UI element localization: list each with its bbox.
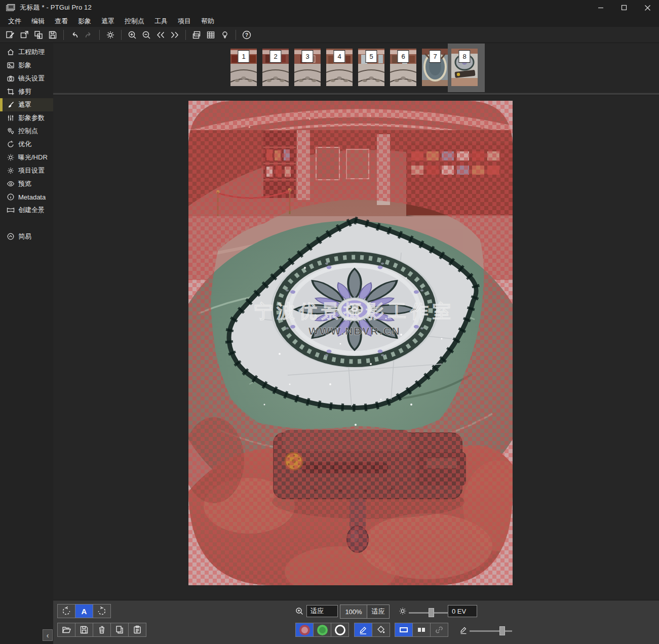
sidebar-item-crop[interactable]: 修剪 xyxy=(0,85,53,98)
sidebar-item-assistant[interactable]: 工程助理 xyxy=(0,46,53,59)
brightness-sun-icon xyxy=(399,607,407,617)
close-icon[interactable] xyxy=(636,0,659,15)
save-mask-icon[interactable] xyxy=(75,623,93,637)
menu-help[interactable]: 帮助 xyxy=(196,16,219,27)
magnifier-plus-icon xyxy=(295,607,304,618)
new-project-icon[interactable] xyxy=(4,28,17,42)
link-views-icon[interactable] xyxy=(430,623,448,637)
mask-editor-image[interactable]: 宁波优景摄影工作室 WWW.NBVR.CN xyxy=(188,101,513,585)
zoom-100-button[interactable]: 100% xyxy=(340,605,367,618)
sliders-icon xyxy=(7,114,15,122)
rotate-ccw-icon[interactable] xyxy=(57,604,75,618)
rotate-cw-icon[interactable] xyxy=(93,604,111,618)
crop-icon xyxy=(7,88,15,96)
thumbnail-number: 3 xyxy=(301,50,313,63)
settings-gear-icon[interactable] xyxy=(104,28,117,42)
sidebar-collapse-button[interactable]: ‹ xyxy=(43,629,53,641)
sidebar-item-project-settings[interactable]: 项目设置 xyxy=(0,164,53,177)
menu-view[interactable]: 查看 xyxy=(50,16,73,27)
sidebar-item-metadata[interactable]: Metadata xyxy=(0,190,53,204)
sidebar-item-lens[interactable]: 镜头设置 xyxy=(0,72,53,85)
undo-icon[interactable] xyxy=(68,28,81,42)
sidebar-item-optimize[interactable]: 优化 xyxy=(0,138,53,151)
next-image-icon[interactable] xyxy=(168,28,181,42)
open-project-icon[interactable] xyxy=(18,28,31,42)
minimize-icon[interactable] xyxy=(589,0,612,15)
titlebar: 无标题 * - PTGui Pro 12 xyxy=(0,0,659,15)
thumbnail-8-selection: 8 xyxy=(448,44,485,92)
svg-text:?: ? xyxy=(245,32,248,38)
window-title: 无标题 * - PTGui Pro 12 xyxy=(20,3,589,12)
thumbnail-5[interactable]: 5 xyxy=(358,49,384,86)
sidebar-item-exposure-hdr[interactable]: 曝光/HDR xyxy=(0,151,53,164)
menu-images[interactable]: 影象 xyxy=(73,16,96,27)
auto-mask-button[interactable]: A xyxy=(75,604,93,618)
brush-size-slider[interactable] xyxy=(470,626,512,636)
eye-icon xyxy=(7,180,15,188)
control-points-icon xyxy=(7,127,15,135)
thumbnail-1[interactable]: 1 xyxy=(230,49,257,86)
thumbnail-3[interactable]: 3 xyxy=(294,49,321,86)
thumbnail-2[interactable]: 2 xyxy=(262,49,289,86)
thumbnail-6[interactable]: 6 xyxy=(390,49,416,86)
menu-tools[interactable]: 工具 xyxy=(149,16,173,27)
thumbnail-number: 7 xyxy=(429,50,441,63)
panorama-icon xyxy=(7,206,15,214)
ptgui-window: 无标题 * - PTGui Pro 12 文件 编辑 查看 影象 遮罩 控制点 … xyxy=(0,0,659,644)
previous-image-icon[interactable] xyxy=(154,28,167,42)
exposure-ev-input[interactable]: 0 EV xyxy=(448,605,477,617)
menu-controlpoints[interactable]: 控制点 xyxy=(120,16,149,27)
thumbnail-number: 1 xyxy=(238,50,249,63)
zoom-out-icon[interactable] xyxy=(140,28,153,42)
info-icon xyxy=(7,193,15,201)
mask-unmask-button[interactable] xyxy=(331,623,349,637)
tips-bulb-icon[interactable] xyxy=(218,28,231,42)
side-by-side-view-icon[interactable] xyxy=(412,623,431,637)
delete-mask-trash-icon[interactable] xyxy=(93,623,111,637)
sidebar-item-control-points[interactable]: 控制点 xyxy=(0,125,53,138)
watermark-line1: 宁波优景摄影工作室 xyxy=(254,301,455,321)
sidebar-item-create-panorama[interactable]: 创建全景 xyxy=(0,204,53,217)
menu-project[interactable]: 项目 xyxy=(173,16,196,27)
zoom-mode-input[interactable]: 适应 xyxy=(306,605,338,617)
zoom-level-group: 100% 适应 xyxy=(340,605,390,619)
thumbnail-7[interactable]: 7 xyxy=(422,49,448,86)
mask-red-exclude-button[interactable] xyxy=(295,623,314,637)
detail-viewer-icon[interactable] xyxy=(204,28,217,42)
sun-icon xyxy=(7,153,15,162)
zoom-fit-button[interactable]: 适应 xyxy=(367,605,389,618)
panorama-editor-icon[interactable] xyxy=(190,28,203,42)
mask-green-include-button[interactable] xyxy=(313,623,331,637)
menubar: 文件 编辑 查看 影象 遮罩 控制点 工具 项目 帮助 xyxy=(0,15,659,27)
exposure-slider[interactable] xyxy=(409,608,448,618)
thumbnail-strip: 1 2 3 4 5 xyxy=(53,43,659,93)
sidebar-item-preview[interactable]: 预览 xyxy=(0,177,53,190)
maximize-icon[interactable] xyxy=(612,0,636,15)
sidebar-item-image-params[interactable]: 影象参数 xyxy=(0,111,53,125)
mask-editor-canvas-area: 宁波优景摄影工作室 WWW.NBVR.CN xyxy=(53,95,659,600)
optimize-icon xyxy=(7,140,15,148)
project-templates-icon[interactable] xyxy=(32,28,45,42)
mask-bottom-toolbar: A xyxy=(53,600,659,644)
thumbnail-4[interactable]: 4 xyxy=(326,49,353,86)
menu-file[interactable]: 文件 xyxy=(3,16,26,27)
sidebar-item-mask[interactable]: 遮罩 xyxy=(0,98,53,111)
paste-mask-icon[interactable] xyxy=(128,623,146,637)
pen-tool-icon[interactable] xyxy=(354,623,372,637)
open-mask-folder-icon[interactable] xyxy=(57,623,75,637)
copy-mask-icon[interactable] xyxy=(110,623,129,637)
menu-mask[interactable]: 遮罩 xyxy=(96,16,120,27)
image-icon xyxy=(7,61,15,69)
single-view-icon[interactable] xyxy=(395,623,413,637)
thumbnail-8[interactable]: 8 xyxy=(451,49,478,86)
main-toolbar: ? xyxy=(0,27,659,43)
help-icon[interactable]: ? xyxy=(240,28,253,42)
fill-bucket-icon[interactable] xyxy=(372,623,390,637)
save-project-icon[interactable] xyxy=(46,28,59,42)
thumbnail-number: 6 xyxy=(397,50,409,63)
menu-edit[interactable]: 编辑 xyxy=(26,16,50,27)
sidebar-item-simple-mode[interactable]: 简易 xyxy=(0,230,53,243)
zoom-in-icon[interactable] xyxy=(126,28,139,42)
redo-icon[interactable] xyxy=(82,28,95,42)
sidebar-item-images[interactable]: 影象 xyxy=(0,59,53,72)
